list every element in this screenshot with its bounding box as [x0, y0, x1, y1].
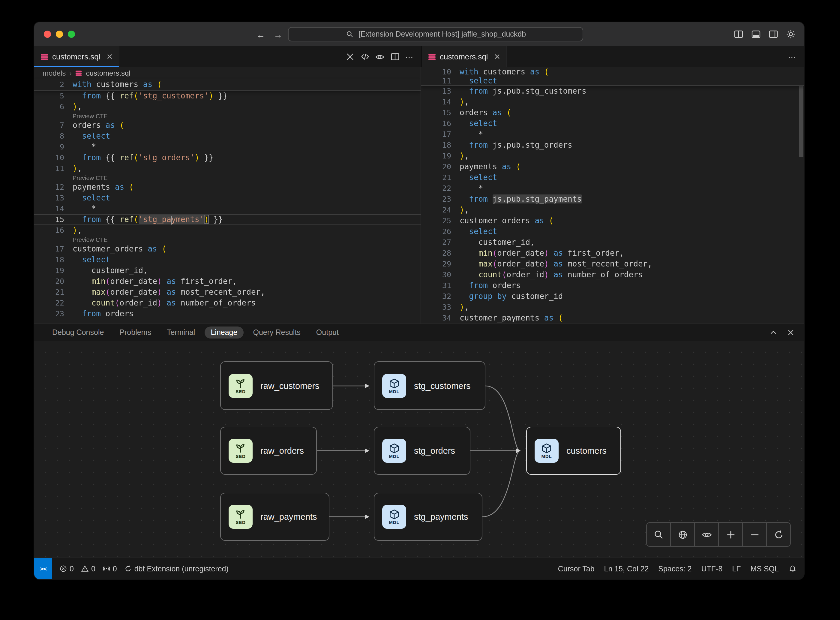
- code-line[interactable]: 8 select: [34, 131, 421, 141]
- codelens-row[interactable]: Preview CTE: [34, 236, 421, 244]
- split-editor-icon[interactable]: [390, 52, 400, 62]
- close-tab-icon[interactable]: ✕: [106, 52, 113, 61]
- lineage-node-stg_payments[interactable]: MDLstg_payments: [374, 493, 482, 541]
- code-line[interactable]: 24),: [421, 205, 804, 215]
- toggle-sidebar-icon[interactable]: [734, 29, 744, 39]
- code-line[interactable]: 9 *: [34, 141, 421, 152]
- dbt-extension-status[interactable]: dbt Extension (unregistered): [124, 564, 228, 573]
- close-panel-icon[interactable]: [786, 328, 796, 337]
- back-arrow-icon[interactable]: ←: [256, 29, 265, 39]
- status-ms-sql[interactable]: MS SQL: [751, 564, 779, 573]
- code-line[interactable]: 21 select: [421, 172, 804, 183]
- code-lines-left[interactable]: 5 from {{ ref('stg_customers') }}6),Prev…: [34, 90, 421, 319]
- code-line[interactable]: 19 customer_id,: [34, 265, 421, 276]
- preview-eye-icon[interactable]: [375, 52, 385, 62]
- code-line[interactable]: 26 select: [421, 226, 804, 237]
- code-line[interactable]: 33),: [421, 302, 804, 313]
- code-line[interactable]: 32 group by customer_id: [421, 291, 804, 302]
- code-line[interactable]: 13 select: [34, 193, 421, 203]
- refresh-icon[interactable]: [766, 523, 790, 546]
- editor-pane-source[interactable]: models › customers.sql 2with customers a…: [34, 67, 421, 324]
- codelens-row[interactable]: Preview CTE: [34, 174, 421, 182]
- code-line[interactable]: 15orders as (: [421, 107, 804, 118]
- code-line[interactable]: 28 min(order_date) as first_order,: [421, 248, 804, 259]
- code-line[interactable]: 16 select: [421, 118, 804, 129]
- breadcrumb-folder[interactable]: models: [43, 69, 66, 77]
- lineage-node-stg_customers[interactable]: MDLstg_customers: [374, 361, 485, 410]
- toggle-panel-icon[interactable]: [751, 29, 761, 39]
- code-line[interactable]: 14),: [421, 96, 804, 107]
- code-lines-right[interactable]: 13 from js.pub.stg_customers14),15orders…: [421, 86, 804, 324]
- code-line[interactable]: 10with customers as (: [421, 67, 804, 76]
- code-line[interactable]: 17customer_orders as (: [34, 244, 421, 254]
- code-line[interactable]: 18 from js.pub.stg_orders: [421, 140, 804, 150]
- code-line[interactable]: 10 from {{ ref('stg_orders') }}: [34, 152, 421, 163]
- panel-tab-query-results[interactable]: Query Results: [247, 327, 306, 339]
- editor-pane-compiled[interactable]: 10with customers as (11 select 13 from j…: [421, 67, 804, 324]
- code-line[interactable]: 16),: [34, 225, 421, 236]
- code-line[interactable]: 20 min(order_date) as first_order,: [34, 276, 421, 287]
- zoom-in-icon[interactable]: [718, 523, 742, 546]
- panel-tab-lineage[interactable]: Lineage: [204, 327, 243, 339]
- breadcrumb-file[interactable]: customers.sql: [86, 69, 131, 77]
- panel-tab-terminal[interactable]: Terminal: [161, 327, 201, 339]
- code-line[interactable]: 29 max(order_date) as most_recent_order,: [421, 259, 804, 269]
- code-line[interactable]: 2with customers as (: [34, 79, 421, 90]
- status-spaces-2[interactable]: Spaces: 2: [658, 564, 691, 573]
- lineage-node-raw_customers[interactable]: SEDraw_customers: [220, 361, 333, 410]
- code-line[interactable]: 12payments as (: [34, 182, 421, 193]
- code-line[interactable]: 23 from orders: [34, 308, 421, 319]
- more-actions-icon[interactable]: ⋯: [405, 52, 414, 62]
- code-line[interactable]: 34customer_payments as (: [421, 313, 804, 324]
- compile-code-icon[interactable]: [360, 52, 370, 62]
- tab-customers-sql-right[interactable]: customers.sql ✕: [422, 46, 507, 67]
- sticky-scroll-left[interactable]: 2with customers as (: [34, 79, 421, 90]
- lineage-node-customers[interactable]: MDLcustomers: [526, 427, 621, 475]
- status-ln-15-col-22[interactable]: Ln 15, Col 22: [604, 564, 649, 573]
- chevron-up-icon[interactable]: [769, 328, 778, 337]
- code-line[interactable]: 13 from js.pub.stg_customers: [421, 86, 804, 96]
- lineage-node-raw_payments[interactable]: SEDraw_payments: [220, 493, 329, 541]
- toggle-secondary-sidebar-icon[interactable]: [769, 29, 778, 39]
- sticky-scroll-right[interactable]: 10with customers as (11 select: [421, 67, 804, 86]
- code-line[interactable]: 11),: [34, 163, 421, 174]
- zoom-out-icon[interactable]: [742, 523, 766, 546]
- panel-tab-output[interactable]: Output: [310, 327, 345, 339]
- visibility-eye-icon[interactable]: [694, 523, 718, 546]
- codelens-row[interactable]: Preview CTE: [34, 112, 421, 120]
- panel-tab-debug-console[interactable]: Debug Console: [46, 327, 110, 339]
- code-line[interactable]: 17 *: [421, 129, 804, 140]
- notifications-bell-icon[interactable]: [788, 564, 797, 573]
- panel-tab-problems[interactable]: Problems: [113, 327, 157, 339]
- minimize-window-button[interactable]: [56, 31, 63, 38]
- code-line[interactable]: 22 count(order_id) as number_of_orders: [34, 298, 421, 308]
- code-line[interactable]: 22 *: [421, 183, 804, 194]
- status-utf-8[interactable]: UTF-8: [701, 564, 723, 573]
- command-center-search[interactable]: [Extension Development Host] jaffle_shop…: [288, 27, 583, 41]
- code-line[interactable]: 11 select: [421, 76, 804, 85]
- search-icon[interactable]: [647, 523, 670, 546]
- code-line[interactable]: 15 from {{ ref('stg_payments') }}: [34, 214, 421, 225]
- code-line[interactable]: 6),: [34, 101, 421, 112]
- problems-status[interactable]: 0 0: [59, 564, 95, 573]
- code-line[interactable]: 7orders as (: [34, 120, 421, 131]
- code-line[interactable]: 18 select: [34, 254, 421, 265]
- lineage-node-stg_orders[interactable]: MDLstg_orders: [374, 427, 470, 475]
- code-line[interactable]: 27 customer_id,: [421, 237, 804, 248]
- code-line[interactable]: 31 from orders: [421, 280, 804, 291]
- code-line[interactable]: 20payments as (: [421, 161, 804, 172]
- close-window-button[interactable]: [44, 31, 51, 38]
- code-line[interactable]: 23 from js.pub.stg_payments: [421, 194, 804, 205]
- code-line[interactable]: 14 *: [34, 203, 421, 214]
- status-cursor-tab[interactable]: Cursor Tab: [558, 564, 595, 573]
- breadcrumb[interactable]: models › customers.sql: [34, 67, 421, 79]
- tab-customers-sql-left[interactable]: customers.sql ✕: [34, 46, 119, 67]
- lineage-node-raw_orders[interactable]: SEDraw_orders: [220, 427, 317, 475]
- status-lf[interactable]: LF: [732, 564, 741, 573]
- more-actions-icon[interactable]: ⋯: [788, 52, 797, 62]
- zoom-window-button[interactable]: [68, 31, 75, 38]
- lineage-graph[interactable]: SEDraw_customersMDLstg_customersSEDraw_o…: [34, 341, 804, 558]
- code-line[interactable]: 19),: [421, 150, 804, 161]
- dbt-build-icon[interactable]: [345, 52, 355, 62]
- code-line[interactable]: 21 max(order_date) as most_recent_order,: [34, 287, 421, 298]
